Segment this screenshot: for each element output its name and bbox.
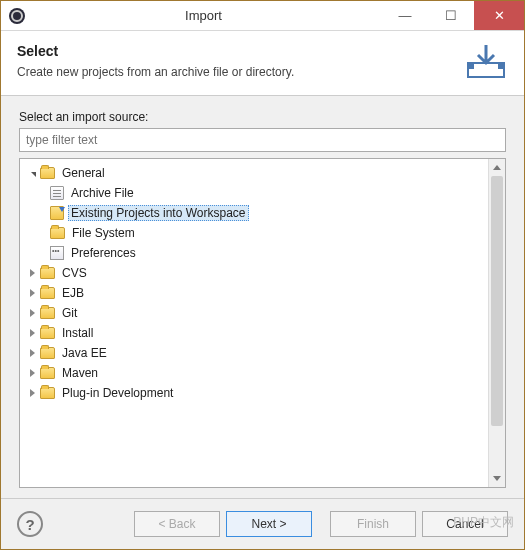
- tree-label: Archive File: [68, 185, 137, 201]
- import-source-tree: General Archive File Existing Projects i…: [19, 158, 506, 488]
- window-title: Import: [25, 8, 382, 23]
- folder-icon: [40, 167, 55, 179]
- folder-icon: [40, 367, 55, 379]
- maximize-button[interactable]: ☐: [428, 1, 474, 30]
- tree-label: Preferences: [68, 245, 139, 261]
- window-controls: — ☐ ✕: [382, 1, 524, 30]
- tree-label: File System: [69, 225, 138, 241]
- tree-item-preferences[interactable]: Preferences: [20, 243, 488, 263]
- titlebar: Import — ☐ ✕: [1, 1, 524, 31]
- folder-icon: [40, 307, 55, 319]
- finish-button: Finish: [330, 511, 416, 537]
- tree-item-archive-file[interactable]: Archive File: [20, 183, 488, 203]
- tree-viewport[interactable]: General Archive File Existing Projects i…: [20, 159, 488, 487]
- tree-item-install[interactable]: Install: [20, 323, 488, 343]
- tree-label: General: [59, 165, 108, 181]
- tree-item-git[interactable]: Git: [20, 303, 488, 323]
- chevron-right-icon[interactable]: [26, 347, 38, 359]
- scrollbar-thumb[interactable]: [491, 176, 503, 426]
- folder-icon: [40, 387, 55, 399]
- tree-item-cvs[interactable]: CVS: [20, 263, 488, 283]
- tree-label: Java EE: [59, 345, 110, 361]
- page-description: Create new projects from an archive file…: [17, 65, 454, 79]
- tree-label: Install: [59, 325, 96, 341]
- eclipse-icon: [9, 8, 25, 24]
- preferences-icon: [50, 246, 64, 260]
- tree-item-maven[interactable]: Maven: [20, 363, 488, 383]
- chevron-right-icon[interactable]: [26, 267, 38, 279]
- chevron-right-icon[interactable]: [26, 307, 38, 319]
- tree-item-plugin-dev[interactable]: Plug-in Development: [20, 383, 488, 403]
- tree-label: CVS: [59, 265, 90, 281]
- close-button[interactable]: ✕: [474, 1, 524, 30]
- chevron-right-icon[interactable]: [26, 287, 38, 299]
- vertical-scrollbar[interactable]: [488, 159, 505, 487]
- import-projects-icon: [50, 206, 64, 220]
- minimize-button[interactable]: —: [382, 1, 428, 30]
- chevron-right-icon[interactable]: [26, 327, 38, 339]
- chevron-down-icon[interactable]: [26, 167, 38, 179]
- wizard-header: Select Create new projects from an archi…: [1, 31, 524, 96]
- archive-file-icon: [50, 186, 64, 200]
- back-button: < Back: [134, 511, 220, 537]
- tree-label: Maven: [59, 365, 101, 381]
- wizard-footer: ? < Back Next > Finish Cancel PHP中文网: [1, 498, 524, 549]
- tree-label: EJB: [59, 285, 87, 301]
- scroll-up-button[interactable]: [489, 159, 505, 176]
- svg-rect-2: [498, 63, 504, 69]
- tree-item-general[interactable]: General: [20, 163, 488, 183]
- import-banner-icon: [464, 43, 508, 81]
- folder-icon: [40, 287, 55, 299]
- source-label: Select an import source:: [19, 110, 506, 124]
- chevron-right-icon[interactable]: [26, 387, 38, 399]
- tree-item-ejb[interactable]: EJB: [20, 283, 488, 303]
- tree-label: Plug-in Development: [59, 385, 176, 401]
- folder-icon: [40, 327, 55, 339]
- import-wizard-window: Import — ☐ ✕ Select Create new projects …: [0, 0, 525, 550]
- filter-input[interactable]: [19, 128, 506, 152]
- chevron-right-icon[interactable]: [26, 367, 38, 379]
- svg-rect-1: [468, 63, 474, 69]
- tree-label: Git: [59, 305, 80, 321]
- scroll-down-button[interactable]: [489, 470, 505, 487]
- help-button[interactable]: ?: [17, 511, 43, 537]
- tree-item-file-system[interactable]: File System: [20, 223, 488, 243]
- cancel-button[interactable]: Cancel: [422, 511, 508, 537]
- folder-icon: [50, 227, 65, 239]
- tree-label: Existing Projects into Workspace: [68, 205, 249, 221]
- wizard-body: Select an import source: General Archive…: [1, 96, 524, 498]
- scrollbar-track[interactable]: [489, 176, 505, 470]
- folder-icon: [40, 267, 55, 279]
- folder-icon: [40, 347, 55, 359]
- next-button[interactable]: Next >: [226, 511, 312, 537]
- page-title: Select: [17, 43, 454, 59]
- tree-item-javaee[interactable]: Java EE: [20, 343, 488, 363]
- tree-item-existing-projects[interactable]: Existing Projects into Workspace: [20, 203, 488, 223]
